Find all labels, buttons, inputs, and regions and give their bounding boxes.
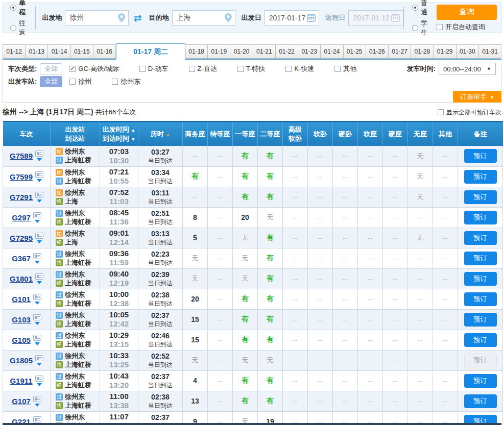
depart-time-select[interactable]: 00:00--24:00 ▼ — [439, 63, 496, 75]
train-type-option-checkbox[interactable] — [69, 66, 76, 72]
date-tab-active[interactable]: 01-17 周二 — [116, 43, 185, 60]
date-tab-01-16[interactable]: 01-16 — [93, 44, 116, 59]
train-info-card-icon[interactable] — [35, 171, 43, 178]
to-input[interactable] — [173, 14, 225, 22]
book-button[interactable]: 预订 — [464, 252, 497, 265]
train-number-link[interactable]: G1911 — [10, 377, 32, 385]
train-info-card-icon[interactable] — [35, 192, 43, 198]
book-button[interactable]: 预订 — [464, 211, 497, 224]
radio-normal-icon[interactable] — [412, 5, 418, 11]
date-tab-01-14[interactable]: 01-14 — [48, 44, 70, 59]
book-button[interactable]: 预订 — [464, 190, 497, 204]
radio-round-trip[interactable]: 往返 — [10, 19, 28, 37]
date-tab-01-22[interactable]: 01-22 — [276, 44, 298, 59]
date-tab-01-25[interactable]: 01-25 — [344, 44, 366, 59]
auto-query-checkbox[interactable] — [437, 24, 443, 30]
train-type-option-其他[interactable]: 其他 — [334, 64, 356, 73]
train-info-card-icon[interactable] — [33, 253, 41, 259]
date-tab-01-30[interactable]: 01-30 — [457, 44, 479, 59]
expand-arrow-icon[interactable] — [37, 383, 42, 386]
expand-arrow-icon[interactable] — [37, 281, 42, 284]
location-pin-icon[interactable] — [225, 13, 232, 22]
from-input[interactable] — [65, 14, 117, 22]
train-type-option-checkbox[interactable] — [237, 66, 244, 72]
train-number-link[interactable]: G105 — [12, 336, 31, 344]
train-info-card-icon[interactable] — [33, 294, 41, 300]
date-tab-01-24[interactable]: 01-24 — [321, 44, 343, 59]
train-number-link[interactable]: G7599 — [10, 172, 33, 181]
book-button[interactable]: 预订 — [464, 231, 497, 245]
date-tab-01-18[interactable]: 01-18 — [185, 44, 208, 59]
train-number-link[interactable]: G367 — [12, 254, 31, 263]
date-tab-01-28[interactable]: 01-28 — [411, 44, 434, 59]
expand-arrow-icon[interactable] — [37, 199, 42, 203]
train-info-card-icon[interactable] — [33, 212, 41, 218]
radio-round-trip-icon[interactable] — [10, 25, 16, 31]
radio-normal[interactable]: 普通 — [412, 0, 427, 17]
expand-arrow-icon[interactable] — [35, 261, 40, 264]
date-tab-01-27[interactable]: 01-27 — [389, 44, 411, 59]
expand-arrow-icon[interactable] — [35, 404, 40, 407]
book-button[interactable]: 预订 — [464, 272, 497, 286]
col-times-sortable[interactable]: 出发时间 ▲到达时间 ▼ — [100, 121, 138, 146]
swap-cities-icon[interactable]: ⇄ — [134, 13, 142, 23]
date-tab-01-13[interactable]: 01-13 — [26, 44, 48, 59]
train-info-card-icon[interactable] — [35, 355, 43, 361]
train-info-card-icon[interactable] — [35, 273, 43, 280]
expand-arrow-icon[interactable] — [35, 322, 40, 325]
book-button[interactable]: 预订 — [464, 170, 497, 184]
book-button[interactable]: 预订 — [464, 292, 497, 306]
date-tab-01-26[interactable]: 01-26 — [366, 44, 389, 59]
booking-helper-button[interactable]: 订票帮手▼ — [453, 91, 501, 103]
depart-station-option-徐州[interactable]: 徐州 — [69, 77, 91, 86]
train-info-card-icon[interactable] — [35, 376, 43, 382]
train-info-card-icon[interactable] — [35, 233, 43, 239]
book-button[interactable]: 预订 — [464, 394, 497, 408]
date-tab-01-29[interactable]: 01-29 — [434, 44, 456, 59]
book-button[interactable]: 预订 — [464, 333, 497, 347]
train-type-option-GC-高铁/城际[interactable]: GC-高铁/城际 — [69, 64, 118, 73]
train-type-option-checkbox[interactable] — [189, 66, 195, 72]
train-type-option-D-动车[interactable]: D-动车 — [139, 64, 169, 73]
date-tab-01-20[interactable]: 01-20 — [230, 44, 253, 59]
train-number-link[interactable]: G103 — [12, 315, 31, 324]
train-info-card-icon[interactable] — [33, 314, 41, 320]
expand-arrow-icon[interactable] — [37, 240, 42, 243]
show-all-bookable-checkbox[interactable] — [438, 109, 444, 115]
radio-student[interactable]: 学生 — [412, 19, 427, 37]
train-number-link[interactable]: G107 — [12, 397, 31, 406]
book-button[interactable]: 预订 — [464, 149, 497, 163]
expand-arrow-icon[interactable] — [37, 363, 42, 366]
query-button[interactable]: 查询 — [437, 5, 497, 20]
date-tab-01-31[interactable]: 01-31 — [479, 44, 501, 59]
train-number-link[interactable]: G7291 — [10, 193, 33, 202]
expand-arrow-icon[interactable] — [35, 342, 40, 345]
train-number-link[interactable]: G297 — [12, 213, 31, 222]
train-type-option-checkbox[interactable] — [139, 66, 146, 72]
expand-arrow-icon[interactable] — [37, 158, 42, 161]
train-type-option-checkbox[interactable] — [334, 66, 341, 72]
train-type-option-T-特快[interactable]: T-特快 — [237, 64, 266, 73]
location-pin-icon[interactable] — [118, 13, 125, 22]
expand-arrow-icon[interactable] — [35, 220, 40, 223]
depart-station-option-checkbox[interactable] — [69, 79, 76, 85]
show-all-bookable-row[interactable]: 显示全部可预订车次 — [438, 108, 501, 117]
train-info-card-icon[interactable] — [33, 396, 41, 402]
calendar-icon[interactable] — [307, 14, 316, 22]
train-number-link[interactable]: G1805 — [10, 356, 33, 365]
depart-station-option-checkbox[interactable] — [112, 79, 118, 85]
date-tab-01-21[interactable]: 01-21 — [253, 44, 276, 59]
train-info-card-icon[interactable] — [33, 335, 41, 341]
auto-query-checkbox-row[interactable]: 开启自动查询 — [437, 22, 497, 32]
train-number-link[interactable]: G1801 — [10, 274, 33, 283]
train-type-all-button[interactable]: 全部 — [40, 63, 62, 74]
col-duration-sortable[interactable]: 历时 ▲ — [138, 121, 183, 146]
depart-station-all-button[interactable]: 全部 — [40, 76, 62, 87]
book-button[interactable]: 预订 — [464, 313, 497, 327]
train-number-link[interactable]: G7589 — [10, 152, 33, 160]
return-date-input[interactable] — [349, 14, 391, 22]
date-tab-01-19[interactable]: 01-19 — [208, 44, 230, 59]
train-number-link[interactable]: G101 — [12, 295, 31, 304]
train-number-link[interactable]: G7295 — [10, 234, 33, 242]
date-tab-01-12[interactable]: 01-12 — [3, 44, 26, 59]
